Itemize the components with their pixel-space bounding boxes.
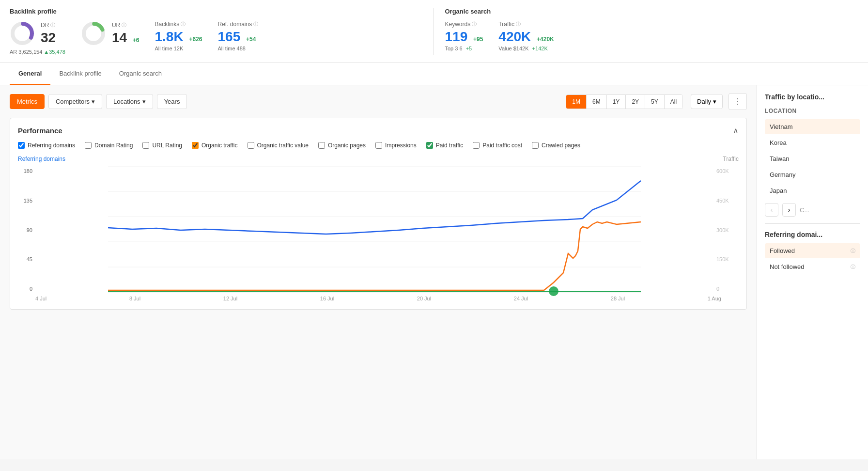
- dr-value: 32: [41, 31, 56, 46]
- organic-search-section: Organic search Keywords ⓘ 119 +95 Top 3 …: [434, 8, 859, 55]
- dr-info-icon[interactable]: ⓘ: [50, 22, 55, 29]
- y-label-450k: 450K: [713, 198, 739, 204]
- tab-general[interactable]: General: [10, 63, 50, 85]
- checkbox-domain-rating-label: Domain Rating: [94, 142, 133, 149]
- chart-wrapper: 180 135 90 45 0: [18, 166, 739, 294]
- keywords-label: Keywords ⓘ: [445, 21, 477, 28]
- location-navigation: ‹ › C...: [765, 203, 860, 217]
- backlinks-metric: Backlinks ⓘ 1.8K +626 All time 12K: [155, 21, 202, 51]
- checkbox-domain-rating-input[interactable]: [85, 142, 92, 149]
- right-panel: Traffic by locatio... Location Vietnam K…: [757, 85, 868, 459]
- keywords-delta: +95: [473, 36, 483, 43]
- chevron-down-icon: ▾: [92, 98, 95, 105]
- keywords-info-icon[interactable]: ⓘ: [472, 21, 477, 28]
- traffic-info-icon[interactable]: ⓘ: [516, 21, 521, 28]
- checkbox-url-rating-input[interactable]: [142, 142, 149, 149]
- location-item-germany[interactable]: Germany: [765, 167, 860, 182]
- backlink-metrics-row: DR ⓘ 32 AR 3,625,154 ▲35,478: [10, 21, 423, 55]
- tab-organic-search[interactable]: Organic search: [110, 63, 170, 85]
- x-label-1aug: 1 Aug: [708, 296, 721, 301]
- ref-domain-not-followed[interactable]: Not followed ⓘ: [765, 259, 860, 274]
- ur-metric: UR ⓘ 14 +6: [81, 21, 140, 46]
- checkbox-paid-traffic[interactable]: Paid traffic: [426, 142, 463, 149]
- checkbox-organic-pages-input[interactable]: [318, 142, 325, 149]
- chart-svg-container: [35, 166, 713, 294]
- checkbox-organic-traffic[interactable]: Organic traffic: [192, 142, 237, 149]
- checkbox-paid-traffic-cost-input[interactable]: [473, 142, 480, 149]
- chevron-down-icon: ▾: [713, 98, 716, 105]
- dr-donut-chart: [10, 21, 35, 46]
- x-label-8jul: 8 Jul: [129, 296, 140, 301]
- ref-domain-followed[interactable]: Followed ⓘ: [765, 243, 860, 258]
- x-axis: 4 Jul 8 Jul 12 Jul 16 Jul 20 Jul 24 Jul …: [18, 294, 739, 301]
- nav-next-button[interactable]: ›: [782, 203, 796, 217]
- traffic-metric: Traffic ⓘ 420K +420K Value $142K +142K: [498, 21, 554, 51]
- time-btn-all[interactable]: All: [665, 95, 682, 109]
- chart-header: Referring domains Traffic: [18, 156, 739, 162]
- y-axis-left: 180 135 90 45 0: [18, 166, 35, 294]
- time-range-buttons: 1M 6M 1Y 2Y 5Y All: [566, 94, 683, 109]
- ur-donut-container: UR ⓘ 14 +6: [81, 21, 140, 46]
- keywords-sub: Top 3 6 +5: [445, 46, 472, 51]
- location-item-japan[interactable]: Japan: [765, 183, 860, 198]
- checkbox-organic-traffic-value[interactable]: Organic traffic value: [248, 142, 309, 149]
- backlinks-info-icon[interactable]: ⓘ: [181, 21, 186, 28]
- checkbox-crawled-pages-input[interactable]: [532, 142, 539, 149]
- ref-domains-info-icon[interactable]: ⓘ: [253, 21, 258, 28]
- checkbox-organic-pages-label: Organic pages: [328, 142, 366, 149]
- years-button[interactable]: Years: [157, 94, 187, 109]
- dr-metric: DR ⓘ 32 AR 3,625,154 ▲35,478: [10, 21, 65, 55]
- time-btn-1m[interactable]: 1M: [566, 95, 587, 109]
- checkbox-referring-domains-input[interactable]: [18, 142, 25, 149]
- collapse-button[interactable]: ∧: [733, 126, 739, 135]
- checkbox-paid-traffic-cost[interactable]: Paid traffic cost: [473, 142, 522, 149]
- ref-domains-sub: All time 488: [217, 46, 245, 51]
- checkbox-domain-rating[interactable]: Domain Rating: [85, 142, 133, 149]
- x-label-20jul: 20 Jul: [417, 296, 431, 301]
- toolbar: Metrics Competitors ▾ Locations ▾ Years …: [10, 93, 747, 110]
- checkbox-paid-traffic-input[interactable]: [426, 142, 433, 149]
- organic-search-title: Organic search: [445, 8, 859, 15]
- chart-left-label: Referring domains: [18, 156, 65, 162]
- checkbox-organic-traffic-value-label: Organic traffic value: [257, 142, 309, 149]
- followed-info-icon[interactable]: ⓘ: [851, 248, 855, 254]
- time-btn-6m[interactable]: 6M: [587, 95, 607, 109]
- checkbox-crawled-pages[interactable]: Crawled pages: [532, 142, 580, 149]
- locations-button[interactable]: Locations ▾: [106, 94, 153, 109]
- nav-prev-button[interactable]: ‹: [765, 203, 778, 217]
- checkbox-referring-domains[interactable]: Referring domains: [18, 142, 75, 149]
- time-btn-2y[interactable]: 2Y: [626, 95, 645, 109]
- metrics-button[interactable]: Metrics: [10, 94, 45, 109]
- ur-donut-text: UR ⓘ 14 +6: [112, 22, 140, 46]
- panel-divider: [765, 223, 860, 224]
- x-label-28jul: 28 Jul: [611, 296, 625, 301]
- chart-right-label: Traffic: [723, 156, 739, 162]
- checkbox-impressions[interactable]: Impressions: [375, 142, 417, 149]
- location-item-korea[interactable]: Korea: [765, 135, 860, 150]
- keywords-value: 119 +95: [445, 30, 483, 45]
- checkbox-organic-traffic-input[interactable]: [192, 142, 199, 149]
- daily-button[interactable]: Daily ▾: [691, 94, 723, 109]
- more-options-button[interactable]: ⋮: [728, 93, 747, 110]
- checkbox-paid-traffic-cost-label: Paid traffic cost: [482, 142, 522, 149]
- ur-info-icon[interactable]: ⓘ: [122, 22, 126, 29]
- location-item-vietnam[interactable]: Vietnam: [765, 119, 860, 134]
- time-btn-1y[interactable]: 1Y: [607, 95, 626, 109]
- traffic-by-location-title: Traffic by locatio...: [765, 93, 860, 101]
- time-btn-5y[interactable]: 5Y: [645, 95, 665, 109]
- checkbox-organic-traffic-value-input[interactable]: [248, 142, 254, 149]
- y-label-300k: 300K: [713, 227, 739, 233]
- backlinks-delta: +626: [189, 36, 202, 43]
- location-item-taiwan[interactable]: Taiwan: [765, 151, 860, 166]
- checkbox-impressions-input[interactable]: [375, 142, 382, 149]
- not-followed-info-icon[interactable]: ⓘ: [851, 264, 855, 270]
- y-label-600k: 600K: [713, 168, 739, 174]
- tab-backlink-profile[interactable]: Backlink profile: [50, 63, 110, 85]
- y-label-180: 180: [18, 168, 35, 174]
- y-axis-right: 600K 450K 300K 150K 0: [713, 166, 739, 294]
- competitors-button[interactable]: Competitors ▾: [48, 94, 102, 109]
- y-label-0k: 0: [713, 286, 739, 292]
- checkbox-url-rating[interactable]: URL Rating: [142, 142, 182, 149]
- checkbox-organic-pages[interactable]: Organic pages: [318, 142, 366, 149]
- chevron-down-icon: ▾: [142, 98, 146, 105]
